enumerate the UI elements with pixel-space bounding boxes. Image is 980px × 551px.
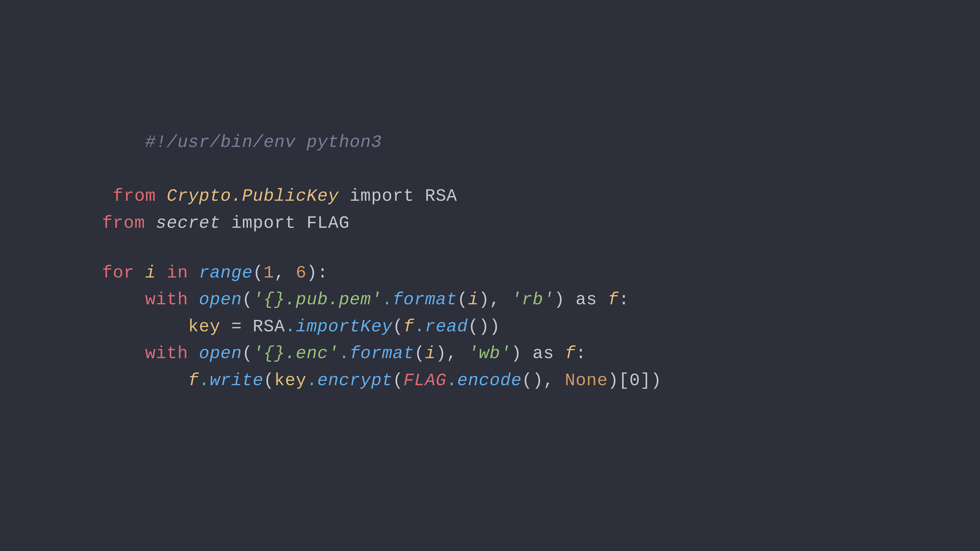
flag-variable: FLAG [404, 371, 447, 390]
secret-module: secret [156, 213, 221, 233]
file-var-1: f [608, 290, 619, 310]
for-keyword: for [102, 263, 135, 283]
line-with-open-enc: with open('{}.enc'.format(i), 'wb') as f… [102, 340, 662, 367]
line-key-import: key = RSA.importKey(f.read()) [102, 313, 662, 340]
none-value: None [565, 371, 608, 390]
import-keyword-2: import [231, 213, 296, 233]
key-encrypt-obj: key [274, 371, 307, 390]
colon-1: : [619, 290, 629, 310]
key-variable: key [188, 317, 221, 337]
crypto-module: Crypto.PublicKey [167, 186, 339, 206]
open-func-1: open [199, 290, 242, 310]
as-keyword-1: as [576, 290, 597, 310]
with-keyword-1: with [145, 290, 188, 310]
dot-3: . [414, 317, 425, 337]
importkey-paren: ( [393, 317, 404, 337]
colon-2: : [576, 344, 586, 363]
read-parens: ()) [468, 317, 501, 337]
rb-string: 'rb' [511, 290, 554, 310]
line-for-loop: for i in range(1, 6): [102, 259, 662, 286]
range-end: 6 [296, 263, 307, 283]
dot-6: . [307, 371, 317, 390]
write-func: write [210, 371, 264, 390]
file-var-write: f [188, 371, 199, 390]
encode-func: encode [457, 371, 522, 390]
encode-parens: (), [522, 371, 554, 390]
shebang-comment: #!/usr/bin/env python3 [145, 132, 382, 152]
format-func-2: format [350, 344, 414, 363]
dot-7: . [446, 371, 457, 390]
range-close-paren: ): [307, 263, 328, 283]
format-close-2: ), [436, 344, 457, 363]
dot-5: . [199, 371, 210, 390]
format-arg-i-2: i [425, 344, 436, 363]
with-keyword-2: with [145, 344, 188, 363]
write-paren: ( [264, 371, 274, 390]
import-keyword-1: import [350, 186, 414, 206]
format-paren-2: ( [414, 344, 425, 363]
open-paren-1: ( [242, 290, 253, 310]
line-import-flag: from secret import FLAG [102, 210, 662, 237]
line-shebang: #!/usr/bin/env python3 [102, 102, 662, 183]
equals-sign: = [231, 317, 242, 337]
importkey-func: importKey [296, 317, 393, 337]
code-block: #!/usr/bin/env python3 from Crypto.Publi… [76, 82, 687, 414]
format-close-1: ), [479, 290, 500, 310]
format-arg-i-1: i [468, 290, 479, 310]
line-write-encrypt: f.write(key.encrypt(FLAG.encode(), None)… [102, 367, 662, 394]
dot-2: . [285, 317, 296, 337]
format-paren-1: ( [457, 290, 468, 310]
range-start: 1 [264, 263, 274, 283]
in-keyword: in [167, 263, 188, 283]
open-func-2: open [199, 344, 242, 363]
blank-1 [102, 237, 662, 259]
open-paren-2: ( [242, 344, 253, 363]
encrypt-func: encrypt [317, 371, 393, 390]
open-close-1: ) [554, 290, 565, 310]
enc-string: '{}.enc' [253, 344, 339, 363]
from-keyword-2: from [102, 213, 145, 233]
range-open-paren: ( [253, 263, 263, 283]
pub-pem-string: '{}.pub.pem' [253, 290, 382, 310]
dot-4: . [339, 344, 350, 363]
from-keyword-1: from [113, 186, 156, 206]
flag-name: FLAG [307, 213, 350, 233]
write-close: ) [651, 371, 662, 390]
index-bracket: [0] [619, 371, 651, 390]
line-import-rsa: from Crypto.PublicKey import RSA [102, 183, 662, 210]
as-keyword-2: as [533, 344, 554, 363]
open-close-2: ) [511, 344, 522, 363]
rsa-name: RSA [425, 186, 457, 206]
encrypt-paren: ( [393, 371, 404, 390]
loop-var-i: i [145, 263, 156, 283]
wb-string: 'wb' [468, 344, 511, 363]
file-var-2: f [565, 344, 576, 363]
line-with-open-pub: with open('{}.pub.pem'.format(i), 'rb') … [102, 286, 662, 313]
read-func: read [425, 317, 468, 337]
rsa-object: RSA [253, 317, 285, 337]
dot-1: . [382, 290, 393, 310]
range-func: range [199, 263, 253, 283]
file-var-read: f [404, 317, 414, 337]
range-comma: , [274, 263, 285, 283]
format-func-1: format [393, 290, 457, 310]
encrypt-close: ) [608, 371, 619, 390]
